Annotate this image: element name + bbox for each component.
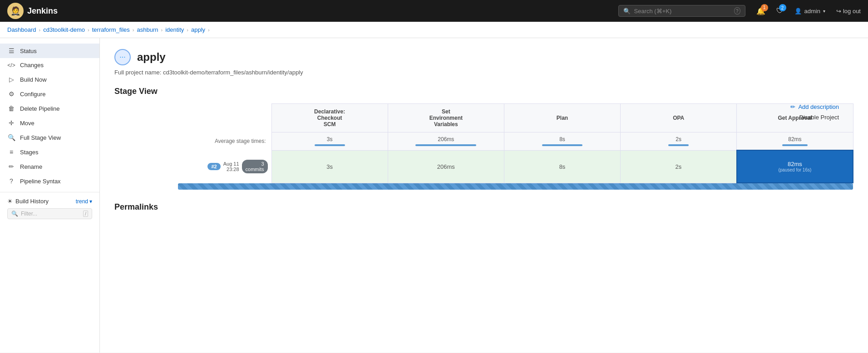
stage-cell-1[interactable]: 206ms <box>388 150 504 183</box>
search-bar[interactable]: 🔍 ? <box>618 5 745 17</box>
commits-badge[interactable]: 3commits <box>242 160 268 173</box>
stage-time-2: 8s <box>559 163 566 170</box>
stage-header-3: OPA <box>621 104 737 132</box>
breadcrumb-dashboard[interactable]: Dashboard <box>7 26 36 33</box>
stage-cell-0[interactable]: 3s <box>271 150 388 183</box>
help-icon[interactable]: ? <box>734 7 740 15</box>
avg-label: Average stage times: <box>114 132 271 151</box>
page-title: apply <box>137 51 166 64</box>
build-number-badge[interactable]: #2 <box>207 163 220 170</box>
build-col-header <box>114 104 271 132</box>
sidebar-item-rename[interactable]: ✏ Rename <box>0 159 99 174</box>
trend-btn[interactable]: trend ▾ <box>76 198 92 205</box>
sidebar-item-delete-pipeline[interactable]: 🗑 Delete Pipeline <box>0 101 99 116</box>
chevron-down-icon: ▾ <box>823 9 825 14</box>
disable-project-label: Disable Project <box>799 114 839 121</box>
filter-input[interactable] <box>21 211 80 217</box>
breadcrumb-identity[interactable]: identity <box>165 26 184 33</box>
avg-times-row: Average stage times: 3s 206ms 8s <box>114 132 853 151</box>
stage-cell-4[interactable]: 82ms (paused for 16s) <box>737 150 853 183</box>
breadcrumb-terraform[interactable]: terraform_files <box>92 26 130 33</box>
full-project-name: Full project name: cd3toolkit-demo/terra… <box>114 69 853 76</box>
avg-time-value-2: 8s <box>512 136 613 142</box>
breadcrumb-ashburn[interactable]: ashburn <box>137 26 158 33</box>
page-icon: ··· <box>114 49 131 65</box>
security-badge: 2 <box>779 4 786 11</box>
status-icon: ☰ <box>7 47 15 54</box>
stage-cell-2[interactable]: 8s <box>504 150 620 183</box>
logo[interactable]: 🤵 Jenkins <box>7 3 58 19</box>
sidebar-item-status[interactable]: ☰ Status <box>0 44 99 58</box>
sun-icon: ☀ <box>7 198 13 205</box>
stages-icon: ≡ <box>7 148 15 156</box>
security-btn[interactable]: 🛡 2 <box>776 7 784 15</box>
stage-cell-wrapper-0: 3s <box>272 151 388 182</box>
sidebar-item-label-pipeline-syntax: Pipeline Syntax <box>20 178 61 185</box>
sidebar-item-stages[interactable]: ≡ Stages <box>0 145 99 159</box>
page-title-row: ··· apply <box>114 49 853 65</box>
move-icon: ✛ <box>7 119 15 127</box>
breadcrumb-sep-3: › <box>133 27 134 33</box>
stage-cell-wrapper-2: 8s <box>504 151 620 182</box>
breadcrumb-cd3toolkit[interactable]: cd3toolkit-demo <box>43 26 85 33</box>
sidebar-item-label-build-now: Build Now <box>20 76 47 83</box>
user-name: admin <box>804 8 820 15</box>
breadcrumb-sep-2: › <box>88 27 89 33</box>
logout-btn[interactable]: ↪ log out <box>836 8 861 15</box>
sidebar-item-label-rename: Rename <box>20 163 42 170</box>
trend-label: trend <box>76 198 88 205</box>
sidebar-item-build-now[interactable]: ▷ Build Now <box>0 72 99 87</box>
filter-input-wrap[interactable]: 🔍 / <box>7 208 92 219</box>
user-icon: 👤 <box>794 8 802 15</box>
stage-time-0: 3s <box>326 163 333 170</box>
user-menu[interactable]: 👤 admin ▾ <box>794 8 825 15</box>
sidebar-item-move[interactable]: ✛ Move <box>0 116 99 130</box>
stage-time-3: 2s <box>676 163 682 170</box>
permalinks-title: Permalinks <box>114 202 853 212</box>
progress-bar-row <box>114 183 853 191</box>
configure-icon: ⚙ <box>7 90 15 98</box>
chevron-down-icon-trend: ▾ <box>89 198 92 205</box>
breadcrumb-sep-6: › <box>208 27 210 33</box>
build-history-label: Build History <box>15 198 49 205</box>
disable-project-btn[interactable]: Disable Project <box>799 114 839 121</box>
build-time: 23:28 <box>227 167 239 172</box>
stage-view-container: Declarative:CheckoutSCM SetEnvironmentVa… <box>114 103 853 191</box>
stage-time-4: 82ms <box>788 161 802 167</box>
sidebar-item-full-stage-view[interactable]: 🔍 Full Stage View <box>0 130 99 145</box>
sidebar-item-label-stages: Stages <box>20 149 38 156</box>
page-icon-text: ··· <box>119 53 125 61</box>
add-description-label: Add description <box>798 103 839 110</box>
stage-cell-wrapper-4: 82ms (paused for 16s) <box>737 151 853 182</box>
delete-icon: 🗑 <box>7 105 15 112</box>
avg-bar-4 <box>782 144 808 146</box>
sidebar-item-pipeline-syntax[interactable]: ? Pipeline Syntax <box>0 174 99 188</box>
search-input[interactable] <box>634 8 730 15</box>
changes-icon: </> <box>7 62 15 69</box>
notifications-btn[interactable]: 🔔 1 <box>756 7 765 15</box>
sidebar-item-configure[interactable]: ⚙ Configure <box>0 87 99 101</box>
build-now-icon: ▷ <box>7 76 15 83</box>
sidebar-item-changes[interactable]: </> Changes <box>0 58 99 72</box>
pencil-icon: ✏ <box>790 103 795 110</box>
sidebar-item-label-changes: Changes <box>20 62 44 69</box>
filter-slash: / <box>83 211 88 217</box>
avg-bar-0 <box>315 144 345 146</box>
stage-cell-3[interactable]: 2s <box>621 150 737 183</box>
search-icon: 🔍 <box>623 8 631 15</box>
brand-name: Jenkins <box>27 6 58 16</box>
stage-view-title: Stage View <box>114 87 853 96</box>
build-date: Aug 11 <box>223 161 239 167</box>
sidebar-item-label-status: Status <box>20 48 37 54</box>
progress-bar-cell <box>114 183 853 191</box>
add-description-btn[interactable]: ✏ Add description <box>790 103 839 110</box>
sidebar-item-label-move: Move <box>20 120 35 127</box>
build-row-1: #2 Aug 11 23:28 3commits <box>114 150 853 183</box>
full-stage-icon: 🔍 <box>7 134 15 141</box>
jenkins-avatar: 🤵 <box>7 3 24 19</box>
stage-header-0: Declarative:CheckoutSCM <box>271 104 388 132</box>
sidebar-item-label-configure: Configure <box>20 91 45 98</box>
breadcrumb-apply[interactable]: apply <box>191 26 205 33</box>
sidebar-item-label-delete: Delete Pipeline <box>20 105 59 112</box>
breadcrumb-sep-4: › <box>161 27 163 33</box>
